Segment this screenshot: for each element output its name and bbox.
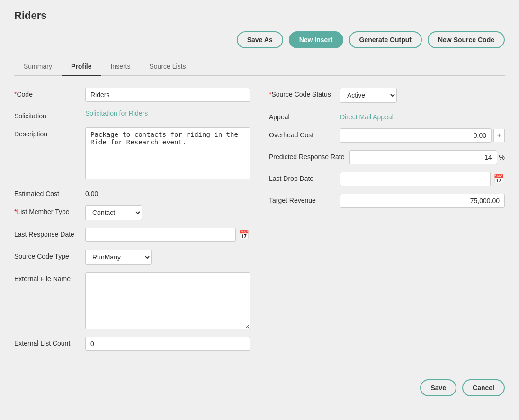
toolbar: Save As New Insert Generate Output New S… [14,31,505,48]
source-code-type-label: Source Code Type [14,250,81,260]
overhead-cost-container: + [340,128,505,143]
last-drop-date-container: 📅 [340,172,505,186]
code-label: *Code [14,88,81,98]
tab-profile[interactable]: Profile [62,58,101,76]
source-code-status-select[interactable]: Active Inactive Draft [340,88,397,103]
last-drop-date-input[interactable] [340,172,491,186]
last-drop-date-label: Last Drop Date [269,172,335,182]
appeal-row: Appeal Direct Mail Appeal [269,110,505,121]
bottom-actions: Save Cancel [14,370,505,396]
predicted-response-rate-container: % [349,150,505,164]
save-button[interactable]: Save [420,379,456,396]
target-revenue-row: Target Revenue [269,194,505,208]
predicted-response-rate-label: Predicted Response Rate [269,150,345,161]
external-list-count-row: External List Count [14,337,250,351]
generate-output-button[interactable]: Generate Output [349,31,422,48]
source-code-status-label: *Source Code Status [269,88,335,98]
solicitation-label: Solicitation [14,109,81,120]
list-member-type-row: *List Member Type Contact Household Orga… [14,205,250,220]
cancel-button[interactable]: Cancel [462,379,505,396]
last-response-date-input[interactable] [85,228,236,242]
page-container: Riders Save As New Insert Generate Outpu… [0,0,519,420]
last-drop-date-row: Last Drop Date 📅 [269,172,505,186]
percent-sign: % [499,153,505,161]
source-code-type-row: Source Code Type RunMany RunOnce [14,250,250,265]
description-row: Description Package to contacts for ridi… [14,127,250,179]
estimated-cost-row: Estimated Cost 0.00 [14,187,250,197]
save-as-button[interactable]: Save As [237,31,283,48]
estimated-cost-label: Estimated Cost [14,187,81,197]
predicted-response-rate-input[interactable] [349,150,497,164]
overhead-cost-input[interactable] [340,128,492,143]
solicitation-row: Solicitation Solicitation for Riders [14,109,250,120]
external-file-name-input[interactable] [85,272,250,329]
external-file-name-label: External File Name [14,272,81,283]
external-list-count-label: External List Count [14,337,81,347]
code-input[interactable] [85,88,250,102]
list-member-type-label: *List Member Type [14,205,81,215]
page-title: Riders [14,9,505,22]
description-input[interactable]: Package to contacts for riding in the Ri… [85,127,250,179]
solicitation-link[interactable]: Solicitation for Riders [85,109,148,117]
tab-inserts[interactable]: Inserts [101,58,140,76]
new-insert-button[interactable]: New Insert [289,31,343,48]
last-response-date-row: Last Response Date 📅 [14,228,250,242]
last-response-date-container: 📅 [85,228,250,242]
list-member-type-select[interactable]: Contact Household Organization [85,205,142,220]
external-file-name-row: External File Name [14,272,250,329]
overhead-cost-row: Overhead Cost + [269,128,505,143]
form-area: *Code Solicitation Solicitation for Ride… [14,88,505,351]
tab-source-lists[interactable]: Source Lists [140,58,196,76]
appeal-label: Appeal [269,110,335,121]
external-list-count-input[interactable] [85,337,250,351]
code-row: *Code [14,88,250,102]
predicted-response-rate-row: Predicted Response Rate % [269,150,505,164]
last-response-date-calendar-icon[interactable]: 📅 [238,229,250,241]
tabs-container: Summary Profile Inserts Source Lists [14,58,505,76]
estimated-cost-value: 0.00 [85,187,98,197]
overhead-cost-label: Overhead Cost [269,128,335,139]
appeal-link[interactable]: Direct Mail Appeal [340,113,394,121]
form-right: *Source Code Status Active Inactive Draf… [269,88,505,351]
last-response-date-label: Last Response Date [14,228,81,238]
target-revenue-label: Target Revenue [269,194,335,204]
description-label: Description [14,127,81,138]
last-drop-date-calendar-icon[interactable]: 📅 [492,173,505,185]
source-code-type-select[interactable]: RunMany RunOnce [85,250,152,265]
new-source-code-button[interactable]: New Source Code [428,31,505,48]
tab-summary[interactable]: Summary [14,58,62,76]
source-code-status-row: *Source Code Status Active Inactive Draf… [269,88,505,103]
target-revenue-input[interactable] [340,194,505,208]
overhead-cost-plus-icon[interactable]: + [493,129,505,142]
form-left: *Code Solicitation Solicitation for Ride… [14,88,250,351]
